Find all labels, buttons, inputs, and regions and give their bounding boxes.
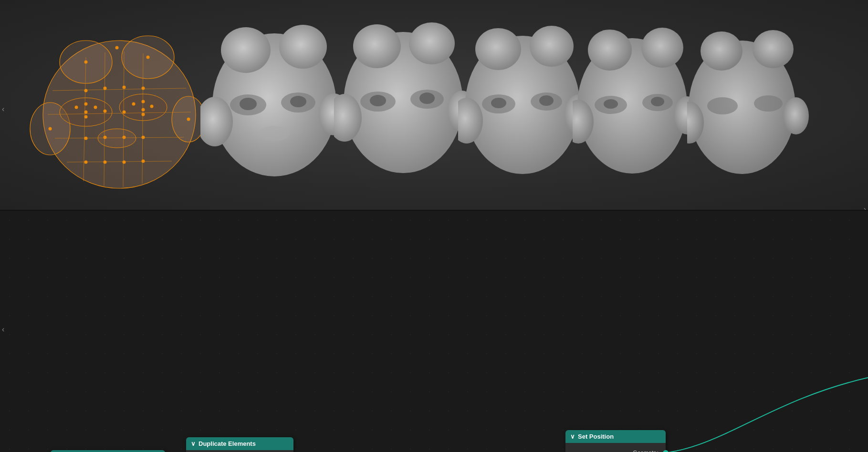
svg-point-41 (132, 103, 136, 106)
svg-point-58 (353, 24, 401, 68)
svg-point-59 (409, 22, 455, 64)
monkey-solid-3 (458, 12, 587, 195)
svg-point-62 (370, 95, 386, 106)
node-editor[interactable]: ∨ Geometry to Instance Instances Geometr… (0, 211, 868, 452)
node-title-dup: Duplicate Elements (199, 440, 256, 447)
svg-point-80 (604, 99, 618, 109)
svg-point-54 (259, 126, 290, 141)
svg-point-49 (279, 25, 327, 69)
svg-point-32 (142, 136, 145, 139)
svg-point-18 (49, 127, 52, 131)
svg-point-7 (98, 129, 136, 148)
monkey-solid-5 (687, 17, 868, 195)
svg-point-39 (84, 103, 88, 106)
duplicate-elements-header[interactable]: ∨ Duplicate Elements (186, 437, 293, 450)
svg-point-88 (754, 95, 783, 112)
svg-point-44 (142, 113, 145, 116)
svg-point-38 (94, 106, 97, 109)
node-title-sp: Set Position (578, 433, 614, 440)
svg-point-76 (588, 30, 632, 71)
svg-point-43 (142, 100, 145, 103)
svg-point-21 (84, 89, 88, 92)
svg-point-22 (104, 87, 107, 90)
svg-point-19 (187, 118, 190, 121)
svg-point-34 (104, 161, 107, 164)
duplicate-elements-node: ∨ Duplicate Elements Geometry Duplicate … (186, 437, 293, 452)
svg-point-16 (84, 61, 88, 64)
monkey-solid-4 (573, 14, 697, 195)
svg-point-72 (539, 95, 554, 106)
svg-point-48 (221, 27, 271, 73)
svg-point-27 (123, 111, 126, 114)
svg-point-77 (641, 28, 683, 68)
sp-geometry-output-socket[interactable] (663, 450, 669, 452)
set-position-node: ∨ Set Position Geometry Geometry Selecti… (565, 430, 666, 452)
svg-point-86 (753, 30, 794, 68)
node-editor-left-arrow[interactable]: ‹ (2, 325, 4, 334)
svg-point-40 (84, 115, 88, 119)
monkey-wireframe (29, 19, 210, 205)
collapse-icon-dup: ∨ (191, 440, 196, 447)
3d-viewport[interactable]: ‹ › (0, 0, 868, 210)
monkey-solid-1 (200, 10, 348, 200)
svg-point-29 (84, 137, 88, 140)
geometry-to-instance-header[interactable]: ∨ Geometry to Instance (51, 450, 165, 452)
monkey-solid-2 (334, 7, 472, 195)
svg-point-81 (651, 97, 664, 106)
svg-point-24 (142, 87, 145, 90)
svg-point-52 (240, 98, 257, 110)
geometry-to-instance-node: ∨ Geometry to Instance Instances Geometr… (51, 450, 165, 452)
svg-point-30 (104, 136, 107, 139)
wire-canvas (0, 211, 868, 452)
duplicate-elements-body: Geometry Duplicate Index Instance ▾ Geom… (186, 450, 293, 452)
svg-point-85 (701, 31, 743, 71)
svg-point-33 (84, 161, 88, 164)
set-position-body: Geometry Geometry Selection Position Of (565, 443, 666, 452)
svg-point-42 (150, 105, 154, 108)
sp-geometry-output-label: Geometry (633, 450, 658, 452)
svg-point-28 (142, 108, 145, 112)
viewport-left-arrow[interactable]: ‹ (2, 105, 4, 113)
svg-point-6 (119, 94, 167, 121)
svg-point-20 (115, 46, 119, 50)
svg-point-37 (75, 106, 78, 109)
svg-point-25 (84, 111, 88, 114)
sp-geometry-output-row: Geometry (565, 447, 666, 452)
svg-point-67 (475, 28, 521, 70)
svg-point-36 (142, 160, 145, 163)
svg-point-84 (783, 97, 809, 134)
svg-point-35 (123, 161, 126, 164)
svg-point-17 (146, 56, 150, 59)
set-position-header[interactable]: ∨ Set Position (565, 430, 666, 443)
svg-point-87 (707, 97, 738, 114)
collapse-icon-sp: ∨ (570, 433, 575, 440)
svg-point-63 (419, 92, 435, 104)
svg-point-26 (104, 110, 107, 113)
svg-point-31 (123, 136, 126, 139)
svg-point-23 (123, 86, 126, 89)
svg-point-68 (530, 26, 574, 67)
svg-point-53 (290, 96, 306, 107)
viewport-right-arrow[interactable]: › (864, 205, 866, 210)
svg-point-71 (491, 98, 506, 108)
